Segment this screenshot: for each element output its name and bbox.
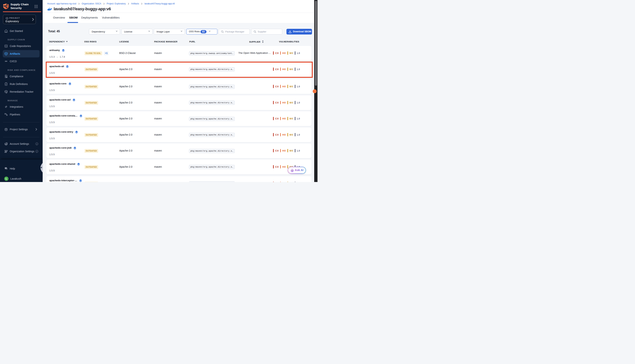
svg-text:?: ? bbox=[5, 167, 6, 169]
